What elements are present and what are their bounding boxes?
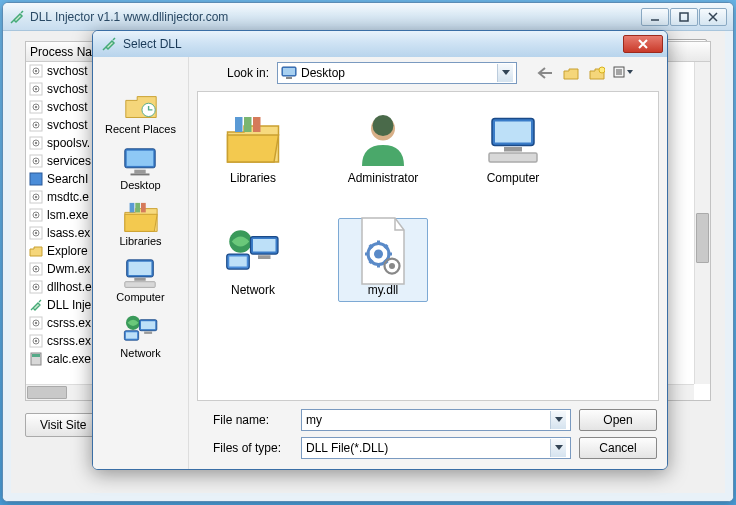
svg-rect-45: [127, 151, 154, 166]
process-name: msdtc.e: [47, 190, 89, 204]
svg-rect-46: [135, 170, 146, 174]
process-icon: [29, 82, 43, 96]
process-name: svchost: [47, 118, 88, 132]
process-icon: [29, 64, 43, 78]
vertical-scrollbar[interactable]: [694, 62, 710, 384]
visit-site-button[interactable]: Visit Site: [25, 413, 101, 437]
back-button[interactable]: [535, 63, 555, 83]
svg-point-18: [35, 160, 37, 162]
file-name-field[interactable]: [306, 413, 550, 427]
svg-point-6: [35, 88, 37, 90]
place-label: Network: [120, 347, 160, 359]
file-label: Administrator: [348, 171, 419, 185]
svg-rect-72: [495, 121, 531, 142]
svg-rect-60: [125, 332, 136, 338]
place-item-recent-places[interactable]: Recent Places: [105, 89, 176, 135]
libraries-icon: [122, 201, 160, 233]
file-item-administrator[interactable]: Administrator: [338, 106, 428, 190]
chevron-down-icon[interactable]: [497, 64, 513, 82]
file-item-my-dll[interactable]: my.dll: [338, 218, 428, 302]
open-button[interactable]: Open: [579, 409, 657, 431]
process-name: spoolsv.: [47, 136, 90, 150]
svg-point-31: [35, 268, 37, 270]
process-name: csrss.ex: [47, 316, 91, 330]
maximize-button[interactable]: [670, 8, 698, 26]
close-button[interactable]: [699, 8, 727, 26]
chevron-down-icon[interactable]: [550, 439, 566, 457]
svg-rect-52: [129, 262, 152, 275]
process-icon: [29, 154, 43, 168]
view-menu-button[interactable]: [613, 63, 633, 83]
file-item-network[interactable]: Network: [208, 218, 298, 302]
svg-rect-42: [32, 354, 40, 357]
process-name: DLL Inje: [47, 298, 91, 312]
svg-point-82: [374, 250, 383, 259]
svg-point-9: [35, 106, 37, 108]
process-icon: [29, 118, 43, 132]
process-icon: [29, 334, 43, 348]
svg-rect-73: [504, 147, 522, 152]
process-icon: [29, 280, 43, 294]
svg-point-12: [35, 124, 37, 126]
svg-point-70: [373, 115, 394, 136]
process-icon: [29, 226, 43, 240]
process-name: svchost: [47, 100, 88, 114]
place-item-libraries[interactable]: Libraries: [119, 201, 161, 247]
place-item-network[interactable]: Network: [120, 313, 160, 359]
place-label: Recent Places: [105, 123, 176, 135]
process-name: svchost: [47, 82, 88, 96]
look-in-combo[interactable]: Desktop: [277, 62, 517, 84]
svg-rect-57: [141, 321, 155, 329]
minimize-button[interactable]: [641, 8, 669, 26]
dialog-close-button[interactable]: [623, 35, 663, 53]
svg-rect-74: [489, 153, 537, 162]
svg-rect-66: [235, 117, 243, 132]
dll-icon: [351, 223, 415, 279]
process-name: SearchI: [47, 172, 88, 186]
svg-rect-62: [283, 68, 295, 75]
svg-point-15: [35, 142, 37, 144]
svg-point-28: [35, 232, 37, 234]
svg-rect-63: [286, 77, 292, 79]
process-icon: [29, 190, 43, 204]
file-dialog: Select DLL Recent PlacesDesktopLibraries…: [92, 30, 668, 470]
file-type-combo[interactable]: DLL File(*.DLL): [301, 437, 571, 459]
process-name: services: [47, 154, 91, 168]
file-type-label: Files of type:: [199, 441, 293, 455]
process-icon: [29, 316, 43, 330]
network-icon: [122, 313, 160, 345]
window-title: DLL Injector v1.1 www.dllinjector.com: [30, 10, 640, 24]
file-item-computer[interactable]: Computer: [468, 106, 558, 190]
process-name: svchost: [47, 64, 88, 78]
svg-rect-47: [131, 173, 150, 175]
up-button[interactable]: [561, 63, 581, 83]
file-name-input[interactable]: [301, 409, 571, 431]
main-titlebar[interactable]: DLL Injector v1.1 www.dllinjector.com: [3, 3, 733, 31]
network-icon: [221, 223, 285, 279]
place-item-computer[interactable]: Computer: [116, 257, 164, 303]
recent-icon: [122, 89, 160, 121]
svg-rect-54: [125, 282, 155, 288]
new-folder-button[interactable]: [587, 63, 607, 83]
desktop-icon: [281, 65, 297, 81]
svg-rect-58: [144, 331, 152, 333]
file-item-libraries[interactable]: Libraries: [208, 106, 298, 190]
file-label: Network: [231, 283, 275, 297]
file-type-value: DLL File(*.DLL): [306, 441, 388, 455]
svg-rect-68: [253, 117, 261, 132]
libraries-icon: [221, 111, 285, 167]
look-in-value: Desktop: [301, 66, 345, 80]
dialog-titlebar[interactable]: Select DLL: [93, 31, 667, 57]
syringe-icon: [101, 36, 117, 52]
svg-point-84: [389, 263, 395, 269]
file-grid[interactable]: LibrariesAdministratorComputerNetworkmy.…: [197, 91, 659, 401]
process-name: lsass.ex: [47, 226, 90, 240]
process-icon: [29, 352, 43, 366]
svg-point-34: [35, 286, 37, 288]
place-item-desktop[interactable]: Desktop: [120, 145, 160, 191]
svg-rect-0: [680, 13, 688, 21]
process-name: Dwm.ex: [47, 262, 90, 276]
cancel-button[interactable]: Cancel: [579, 437, 657, 459]
process-icon: [29, 172, 43, 186]
chevron-down-icon[interactable]: [550, 411, 566, 429]
